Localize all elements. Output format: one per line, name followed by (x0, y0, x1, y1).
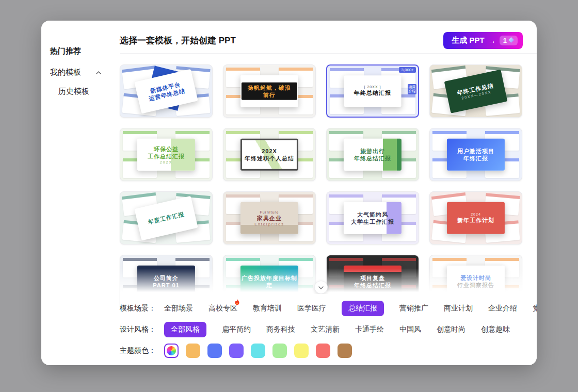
filter-row-style: 设计风格： 全部风格扁平简约商务科技文艺清新卡通手绘中国风创意时尚创意趣味 (120, 321, 537, 338)
thumb-title-line: 用户激活项目 (457, 147, 494, 154)
sidebar-item-my-templates[interactable]: 我的模板 (50, 68, 102, 77)
template-thumbnail[interactable]: 旅游出行年终总结汇报 (326, 128, 419, 181)
color-swatch-orange[interactable] (186, 344, 200, 358)
thumb-title-line: PART 01 (153, 281, 179, 288)
credits-badge: 1 (500, 36, 518, 45)
filter-chip-option[interactable]: 创意趣味 (481, 325, 510, 334)
sidebar-item-label: 热门推荐 (50, 46, 81, 56)
filter-row-scene: 模板场景： 全部场景高校专区教育培训医学医疗总结汇报营销推广商业计划企业介绍党政… (120, 300, 537, 317)
thumb-title: 年度工作汇报 (147, 210, 185, 225)
thumb-title-line: 新年工作计划 (457, 216, 494, 223)
thumb-subtitle: 202X (160, 160, 172, 164)
generate-label: 生成 PPT (452, 36, 484, 45)
filter-chip-option[interactable]: 中国风 (399, 325, 421, 334)
sidebar-item-hot-recommend[interactable]: 热门推荐 (50, 46, 81, 56)
filter-chip-option[interactable]: 高校专区 (208, 304, 237, 313)
header-divider (120, 53, 537, 54)
thumb-eyebrow-text: 2024 (471, 212, 481, 216)
thumb-title: 公司简介PART 01 (153, 274, 179, 289)
template-thumbnail[interactable]: 年终工作总结 20XX—20XX (429, 64, 522, 118)
filter-chip-option[interactable]: 扁平简约 (222, 325, 251, 334)
expand-collapse-button[interactable] (314, 281, 328, 294)
template-picker-modal: 热门推荐 我的模板 历史模板 选择一套模板，开始创建 PPT 生成 PPT → … (41, 21, 537, 365)
arrow-right-icon: → (488, 36, 496, 45)
thumb-title-line: 公司简介 (153, 274, 179, 281)
sidebar-item-history-templates[interactable]: 历史模板 (58, 87, 89, 96)
color-swatch-purple[interactable] (229, 344, 244, 358)
color-swatch-red[interactable] (316, 344, 330, 358)
diamond-icon (508, 37, 514, 44)
thumb-title: 大气简约风大学生工作汇报 (351, 210, 394, 225)
filter-chip-option[interactable]: 企业介绍 (488, 304, 517, 313)
content-area: 选择一套模板，开始创建 PPT 生成 PPT → 1 新媒体平台运营年终总结 (120, 21, 537, 365)
color-swatch-green[interactable] (272, 344, 287, 358)
color-swatch-brown[interactable] (338, 344, 352, 358)
thumb-cover-slide: 旅游出行年终总结汇报 (344, 138, 402, 171)
thumb-cover-slide: [ 20XX ] 年终总结汇报 (344, 75, 402, 107)
filter-chip-option[interactable]: 卡通手绘 (355, 325, 384, 334)
thumb-title-line: 大学生工作汇报 (351, 218, 394, 225)
thumb-title-line: 年终汇报 (457, 154, 494, 161)
filter-chip-option[interactable]: 全部场景 (164, 304, 193, 313)
thumb-title-line: 年度工作汇报 (147, 210, 185, 225)
thumb-cover-slide: 大气简约风大学生工作汇报 (344, 202, 402, 234)
thumb-title-line: 扬帆起航，破浪前行 (246, 84, 293, 99)
thumb-title-line: 爱设计时尚 (457, 274, 494, 281)
filter-chip-option[interactable]: 商务科技 (266, 325, 295, 334)
filter-chip-selected[interactable]: 总结汇报 (342, 301, 384, 316)
thumb-cover-slide: 202X年终述职个人总结 (240, 138, 298, 171)
filter-chip-option[interactable]: 营销推广 (399, 304, 428, 313)
filter-label-style: 设计风格： (120, 325, 164, 334)
thumb-cover-slide: 2024 新年工作计划 (447, 202, 505, 234)
color-swatch-colorful-wheel[interactable] (164, 344, 179, 358)
template-thumbnail[interactable]: 新媒体平台运营年终总结 (120, 64, 213, 118)
thumb-title-line: 工作总结汇报 (148, 152, 185, 159)
filter-chip-option[interactable]: 党政宣传 (533, 304, 537, 313)
thumb-subtitle: Enterprises (254, 222, 284, 226)
color-swatch-blue[interactable] (207, 344, 222, 358)
template-thumbnail[interactable]: 2024 新年工作计划 (429, 191, 522, 244)
filter-chip-option[interactable]: 医学医疗 (297, 304, 326, 313)
filter-chip-option[interactable]: 商业计划 (444, 304, 473, 313)
chevron-down-icon (318, 283, 324, 292)
sidebar: 热门推荐 我的模板 历史模板 (41, 21, 120, 365)
thumb-title: 新年工作计划 (457, 216, 494, 223)
template-grid: 新媒体平台运营年终总结 扬帆起航，破浪前行 [ 20XX ] 年终总结汇报 3,… (120, 64, 522, 308)
filter-chip-option[interactable]: 文艺清新 (311, 325, 340, 334)
template-thumbnail[interactable]: Furniture 家具企业 Enterprises (223, 191, 316, 244)
hot-flame-icon (234, 299, 240, 307)
thumb-cover-slide: 扬帆起航，破浪前行 (240, 75, 298, 107)
color-swatches (164, 344, 352, 358)
thumb-title-line: 家具企业 (257, 214, 282, 221)
filter-panel: 模板场景： 全部场景高校专区教育培训医学医疗总结汇报营销推广商业计划企业介绍党政… (120, 294, 537, 365)
thumb-cover-slide: 用户激活项目年终汇报 (447, 138, 505, 171)
filter-chip-selected[interactable]: 全部风格 (164, 322, 206, 337)
scene-chips: 全部场景高校专区教育培训医学医疗总结汇报营销推广商业计划企业介绍党政宣传晚会表彰 (164, 301, 537, 316)
template-thumbnail[interactable]: 202X年终述职个人总结 (223, 128, 316, 181)
sidebar-item-label: 我的模板 (50, 68, 81, 77)
color-swatch-yellow[interactable] (294, 344, 309, 358)
template-thumbnail[interactable]: 扬帆起航，破浪前行 (223, 64, 316, 118)
filter-chip-option[interactable]: 创意时尚 (437, 325, 465, 334)
generate-ppt-button[interactable]: 生成 PPT → 1 (443, 32, 523, 49)
thumb-title-line: 年终述职个人总结 (245, 154, 294, 161)
thumb-eyebrow-text: Furniture (260, 210, 279, 214)
credits-count: 1 (503, 37, 507, 44)
thumb-title-line: 环保公益 (148, 145, 185, 152)
thumb-title: 项目复盘年终总结汇报 (354, 274, 391, 289)
thumb-eyebrow-text: [ 20XX ] (364, 85, 381, 89)
thumb-cover-slide: 公司简介PART 01 (137, 265, 195, 298)
template-thumbnail[interactable]: [ 20XX ] 年终总结汇报 3,000+ 项目介绍 (326, 64, 419, 118)
thumb-cover-slide: 广告投放年度目标制定 (240, 265, 298, 298)
template-thumbnail[interactable]: 年度工作汇报 (120, 191, 213, 244)
color-swatch-cyan[interactable] (251, 344, 265, 358)
thumb-cover-slide: 环保公益工作总结汇报 202X (137, 138, 195, 171)
template-thumbnail[interactable]: 大气简约风大学生工作汇报 (326, 191, 419, 244)
chevron-up-icon (95, 71, 102, 75)
template-thumbnail[interactable]: 用户激活项目年终汇报 (429, 128, 522, 181)
template-thumbnail[interactable]: 环保公益工作总结汇报 202X (120, 128, 213, 181)
thumb-title: 旅游出行年终总结汇报 (354, 147, 391, 162)
thumb-title-line: 项目复盘 (354, 274, 391, 281)
filter-chip-option[interactable]: 教育培训 (253, 304, 282, 313)
thumb-title: 家具企业 (257, 214, 282, 221)
